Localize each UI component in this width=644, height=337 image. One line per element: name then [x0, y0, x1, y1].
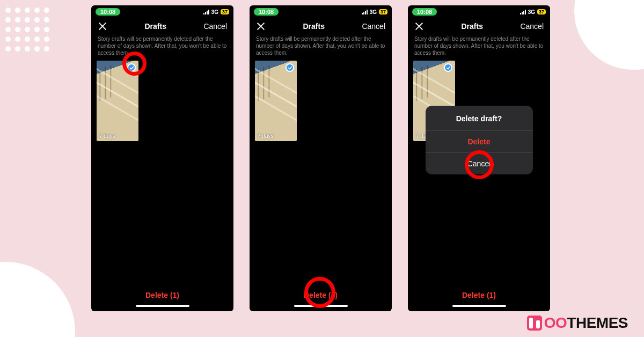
- phone-screenshot-step2: 10:08 3G 37 Drafts Cancel Story drafts w…: [250, 5, 392, 311]
- battery-badge: 37: [221, 9, 229, 14]
- network-label: 3G: [528, 9, 535, 15]
- selected-check-icon[interactable]: [127, 63, 136, 72]
- phone-screenshot-step1: 10:08 3G 37 Drafts Cancel Story drafts w…: [91, 5, 233, 311]
- delete-button[interactable]: Delete (1): [250, 291, 392, 299]
- status-time: 10:08: [412, 8, 437, 16]
- brand-accent: OO: [544, 314, 567, 331]
- cancel-button[interactable]: Cancel: [203, 22, 227, 31]
- delete-button[interactable]: Delete (1): [408, 291, 550, 299]
- status-bar: 10:08 3G 37: [408, 5, 550, 17]
- nav-header: Drafts Cancel: [408, 17, 550, 35]
- draft-thumbnail[interactable]: 7 days: [255, 61, 297, 141]
- cancel-button[interactable]: Cancel: [520, 22, 544, 31]
- draft-thumbnail[interactable]: 7 days: [97, 61, 138, 141]
- home-indicator[interactable]: [294, 305, 348, 307]
- close-icon[interactable]: [414, 21, 424, 31]
- status-bar: 10:08 3G 37: [91, 5, 233, 17]
- network-label: 3G: [370, 9, 377, 15]
- home-indicator[interactable]: [452, 305, 506, 307]
- decor-dot-grid: [5, 8, 50, 53]
- nav-header: Drafts Cancel: [91, 17, 233, 35]
- decor-circle-top-right: [574, 0, 644, 70]
- selected-check-icon[interactable]: [444, 63, 452, 72]
- page-title: Drafts: [303, 22, 324, 31]
- brand-logo: OOTHEMES: [527, 314, 628, 332]
- status-time: 10:08: [96, 8, 120, 16]
- status-time: 10:08: [254, 8, 279, 16]
- delete-button[interactable]: Delete (1): [91, 291, 233, 299]
- delete-confirmation-dialog: Delete draft? Delete Cancel: [426, 106, 533, 174]
- dialog-cancel-button[interactable]: Cancel: [426, 153, 533, 174]
- dialog-title: Delete draft?: [426, 106, 533, 131]
- drafts-disclaimer: Story drafts will be permanently deleted…: [408, 35, 550, 61]
- signal-bars-icon: [362, 10, 368, 14]
- home-indicator[interactable]: [136, 305, 189, 307]
- close-icon[interactable]: [98, 21, 107, 31]
- draft-expiry-label: 7 days: [258, 133, 273, 139]
- brand-suffix: THEMES: [567, 314, 628, 331]
- close-icon[interactable]: [256, 21, 266, 31]
- signal-bars-icon: [203, 10, 209, 14]
- cancel-button[interactable]: Cancel: [362, 22, 385, 31]
- signal-bars-icon: [520, 10, 526, 14]
- brand-mark-icon: [527, 316, 542, 331]
- nav-header: Drafts Cancel: [250, 17, 392, 35]
- network-label: 3G: [211, 9, 218, 15]
- draft-expiry-label: 7 days: [99, 133, 115, 139]
- drafts-disclaimer: Story drafts will be permanently deleted…: [91, 35, 233, 61]
- battery-badge: 37: [379, 9, 387, 14]
- selected-check-icon[interactable]: [286, 63, 294, 72]
- phone-screenshot-step3: 10:08 3G 37 Drafts Cancel Story drafts w…: [408, 5, 550, 311]
- decor-circle-bottom-left: [0, 262, 75, 337]
- dialog-delete-button[interactable]: Delete: [426, 131, 533, 153]
- page-title: Drafts: [144, 22, 166, 31]
- battery-badge: 37: [537, 9, 546, 14]
- page-title: Drafts: [461, 22, 482, 31]
- status-bar: 10:08 3G 37: [250, 5, 392, 17]
- drafts-disclaimer: Story drafts will be permanently deleted…: [250, 35, 392, 61]
